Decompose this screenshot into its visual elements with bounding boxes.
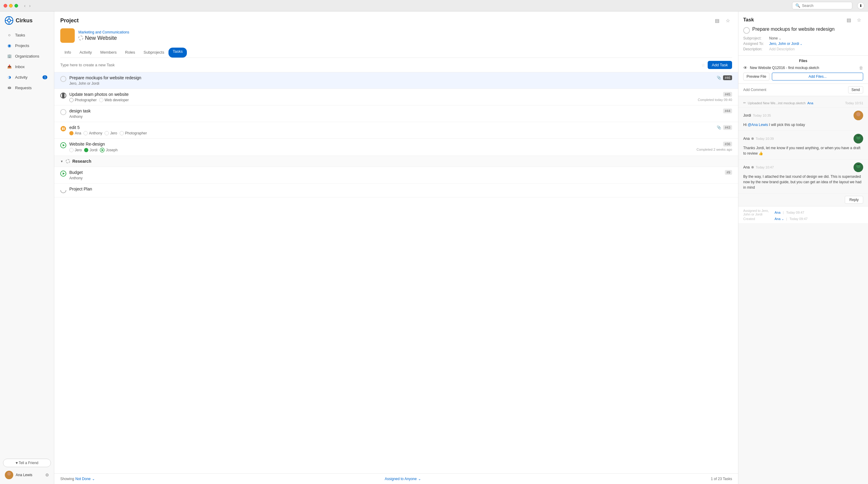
section-spinner: [66, 159, 70, 163]
project-icon: [60, 28, 75, 43]
task-checkbox-5[interactable]: [60, 142, 66, 149]
files-section: Files 👁 New Website Q12016 - first mocku…: [738, 56, 868, 84]
back-button[interactable]: ‹: [23, 3, 27, 9]
tab-roles[interactable]: Roles: [121, 48, 139, 58]
star-button[interactable]: ☆: [724, 16, 732, 25]
assignee-3: Anthony: [69, 115, 83, 119]
task-content-1: Prepare mockups for website redesign Jer…: [69, 75, 714, 86]
search-box[interactable]: 🔍: [792, 2, 852, 9]
requests-icon: 🎟: [7, 85, 12, 90]
tab-info[interactable]: Info: [60, 48, 75, 58]
project-name-label: New Website: [85, 35, 117, 41]
sidebar-requests-label: Requests: [15, 86, 32, 90]
activity-link[interactable]: Ana: [807, 101, 813, 105]
task-item[interactable]: Budget Anthony #9: [54, 167, 738, 184]
user-row: Ana Lewis ⚙: [3, 470, 51, 480]
sidebar-item-projects[interactable]: ◉ Projects: [2, 40, 52, 51]
task-item[interactable]: Prepare mockups for website redesign Jer…: [54, 72, 738, 89]
task-panel-title-row: Prepare mockups for website redesign: [743, 27, 863, 34]
task-list: Prepare mockups for website redesign Jer…: [54, 72, 738, 474]
preview-file-button[interactable]: Preview File: [743, 72, 770, 81]
activity-feed: ✏ Uploaded New We...irst mockup.sketch A…: [738, 96, 868, 484]
sidebar-item-requests[interactable]: 🎟 Requests: [2, 83, 52, 93]
search-input[interactable]: [802, 4, 849, 8]
assigned-by-value[interactable]: Ana: [775, 211, 781, 214]
sidebar-item-tasks[interactable]: ○ Tasks: [2, 30, 52, 40]
created-time: Today 09:47: [789, 217, 807, 221]
task-content-budget: Budget Anthony: [69, 170, 722, 180]
logo-icon: [5, 16, 13, 25]
comment-block: Ana Today 10:47 By the way, I attached t…: [738, 159, 868, 193]
file-delete-icon[interactable]: 🗑: [859, 65, 863, 70]
task-content-5: Website Re-design Jero Jordi: [69, 142, 693, 152]
sidebar-item-activity[interactable]: ◑ Activity 1: [2, 72, 52, 82]
description-value[interactable]: Add Description: [769, 47, 795, 51]
task-checkbox-1[interactable]: [60, 76, 66, 82]
subproject-label: Subproject:: [743, 36, 767, 40]
task-create-input[interactable]: [60, 63, 699, 67]
task-star-icon[interactable]: ☆: [701, 63, 705, 67]
edit-icon: ✏: [743, 101, 746, 105]
project-org[interactable]: Marketing and Communications: [79, 30, 129, 34]
reply-button[interactable]: Reply: [845, 196, 863, 204]
task-item[interactable]: edit 5 Ana Anthony Jero: [54, 122, 738, 139]
tell-friend-button[interactable]: ♥ Tell a Friend: [3, 459, 51, 467]
tab-subprojects[interactable]: Subprojects: [139, 48, 168, 58]
user-settings-icon[interactable]: ⚙: [45, 473, 49, 477]
created-by[interactable]: Ana ⌄: [775, 217, 784, 221]
project-meta: Marketing and Communications New Website: [79, 30, 129, 41]
task-item[interactable]: design task Anthony #44: [54, 105, 738, 122]
comment-text-ana2: By the way, I attached the last round of…: [743, 174, 863, 190]
assignee-photographer2: Photographer: [120, 131, 147, 135]
task-checkbox-3[interactable]: [60, 109, 66, 115]
task-name-5: Website Re-design: [69, 142, 693, 147]
send-button[interactable]: Send: [848, 86, 863, 93]
section-header-research[interactable]: ▼ Research: [54, 156, 738, 167]
task-content-2: Update team photos on website Photograph…: [69, 92, 695, 102]
download-button[interactable]: ⬇: [857, 2, 864, 9]
sidebar-item-inbox[interactable]: 📥 Inbox: [2, 61, 52, 72]
created-row: Created Ana ⌄ | Today 09:47: [743, 217, 863, 221]
comment-input[interactable]: [743, 88, 846, 92]
media-button[interactable]: ▤: [713, 16, 721, 25]
task-checkbox-2[interactable]: [60, 93, 66, 98]
task-checkbox-plan[interactable]: [60, 187, 66, 194]
task-panel: Task ▤ ☆ Prepare mockups for website red…: [738, 11, 868, 484]
task-checkbox-budget[interactable]: [60, 171, 66, 178]
task-status-circle[interactable]: [743, 27, 750, 34]
close-button[interactable]: [4, 4, 7, 7]
assignee-ana: Ana: [69, 131, 81, 135]
task-checkbox-4[interactable]: [60, 126, 66, 132]
task-item[interactable]: Website Re-design Jero Jordi: [54, 139, 738, 156]
tab-members[interactable]: Members: [96, 48, 121, 58]
assigned-to-value[interactable]: Jero, John or Jordi ⌄: [769, 41, 802, 46]
add-task-button[interactable]: Add Task: [708, 61, 732, 69]
task-star-button[interactable]: ☆: [855, 16, 863, 24]
assigned-time: Today 09:47: [786, 211, 804, 214]
task-item[interactable]: Project Plan: [54, 184, 738, 198]
tab-tasks[interactable]: Tasks: [168, 48, 187, 58]
sidebar-item-organizations[interactable]: 🏢 Organizations: [2, 51, 52, 61]
filter-dropdown[interactable]: Not Done ⌄: [75, 477, 95, 481]
task-bottom-meta: Assigned to Jero, John or Jordi Ana | To…: [738, 206, 868, 223]
minimize-button[interactable]: [9, 4, 13, 7]
maximize-button[interactable]: [14, 4, 18, 7]
svg-point-4: [61, 126, 66, 131]
forward-button[interactable]: ›: [28, 3, 32, 9]
assigned-filter[interactable]: Assigned to Anyone ⌄: [385, 477, 421, 481]
mention-ana-lewis[interactable]: @Ana Lewis: [748, 123, 768, 127]
upload-activity: ✏ Uploaded New We...irst mockup.sketch A…: [743, 101, 863, 105]
task-media-button[interactable]: ▤: [844, 16, 853, 24]
svg-rect-6: [64, 127, 64, 130]
add-files-button[interactable]: Add Files...: [772, 72, 863, 81]
task-footer: Showing Not Done ⌄ Assigned to Anyone ⌄ …: [54, 474, 738, 484]
subproject-value[interactable]: None ⌄: [769, 36, 781, 40]
comment-author-jordi: Jordi: [743, 113, 751, 118]
assigned-to-label: Assigned To:: [743, 41, 767, 46]
comment-block: Jordi Today 10:35 Hi @Ana Lewis I will p…: [738, 108, 868, 131]
comment-block: Ana Today 10:39 Thanks Jordi, let me kno…: [738, 131, 868, 159]
tab-activity[interactable]: Activity: [75, 48, 96, 58]
task-item[interactable]: Update team photos on website Photograph…: [54, 89, 738, 105]
status-dot: [751, 138, 754, 140]
project-title-row: Project ▤ ☆: [60, 16, 732, 25]
